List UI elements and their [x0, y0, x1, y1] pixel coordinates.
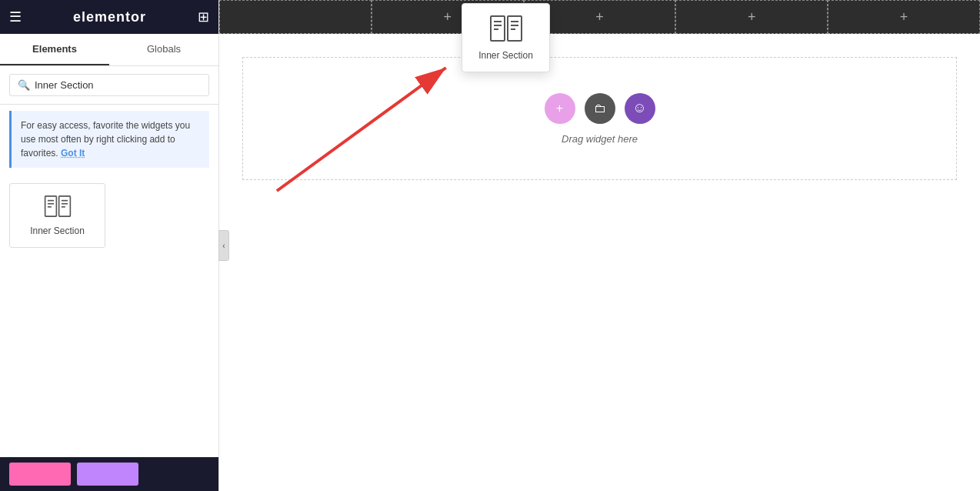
- sidebar-header: ☰ elementor ⊞: [0, 0, 218, 34]
- widget-popup: Inner Section: [462, 3, 550, 72]
- sidebar-tabs: Elements Globals: [0, 34, 218, 66]
- plus-icon: +: [556, 102, 563, 115]
- hamburger-icon[interactable]: ☰: [9, 8, 22, 25]
- search-icon: 🔍: [18, 79, 30, 91]
- canvas-section-5[interactable]: +: [828, 0, 980, 34]
- widget-inner-section[interactable]: Inner Section: [9, 183, 105, 248]
- canvas-workspace: + 🗀 ☺ Drag widget here: [219, 34, 980, 457]
- add-section-icon-5: +: [900, 9, 908, 25]
- canvas-section-1[interactable]: [219, 0, 372, 34]
- tip-link[interactable]: Got It: [61, 148, 85, 159]
- widget-inner-section-label: Inner Section: [30, 225, 85, 236]
- logo: elementor: [73, 9, 146, 25]
- search-box: 🔍: [9, 74, 209, 96]
- canvas-top-bar: + + + +: [219, 0, 980, 34]
- drop-zone[interactable]: + 🗀 ☺ Drag widget here: [242, 57, 957, 180]
- popup-widget-icon: [489, 15, 523, 45]
- popup-label: Inner Section: [478, 50, 533, 61]
- sidebar-bottom: [0, 457, 218, 491]
- drop-zone-icons: + 🗀 ☺: [545, 93, 655, 124]
- add-section-icon-2: +: [443, 9, 452, 25]
- tab-globals[interactable]: Globals: [109, 34, 218, 65]
- sidebar-bottom-right: [77, 463, 138, 486]
- search-input[interactable]: [35, 79, 201, 91]
- apps-icon[interactable]: ⊞: [198, 8, 209, 25]
- folder-icon-circle[interactable]: 🗀: [585, 93, 615, 124]
- tip-box: For easy access, favorite the widgets yo…: [9, 111, 209, 168]
- main-canvas: + + + + + 🗀 ☺ Drag wi: [219, 0, 980, 491]
- widgets-grid: Inner Section: [0, 174, 218, 257]
- inner-section-icon: [44, 195, 72, 221]
- sidebar-bottom-left: [9, 463, 71, 486]
- add-section-icon-4: +: [748, 9, 756, 25]
- smile-icon: ☺: [632, 100, 646, 116]
- canvas-section-4[interactable]: +: [675, 0, 828, 34]
- drag-hint: Drag widget here: [562, 133, 638, 145]
- add-widget-icon[interactable]: +: [545, 93, 575, 124]
- search-container: 🔍: [0, 66, 218, 105]
- smile-icon-circle[interactable]: ☺: [625, 93, 655, 124]
- add-section-icon-3: +: [595, 9, 604, 25]
- folder-icon: 🗀: [594, 102, 606, 115]
- tip-text: For easy access, favorite the widgets yo…: [21, 120, 190, 159]
- sidebar: ☰ elementor ⊞ Elements Globals 🔍 For eas…: [0, 0, 219, 491]
- tab-elements[interactable]: Elements: [0, 34, 109, 65]
- collapse-sidebar-button[interactable]: ‹: [218, 230, 229, 261]
